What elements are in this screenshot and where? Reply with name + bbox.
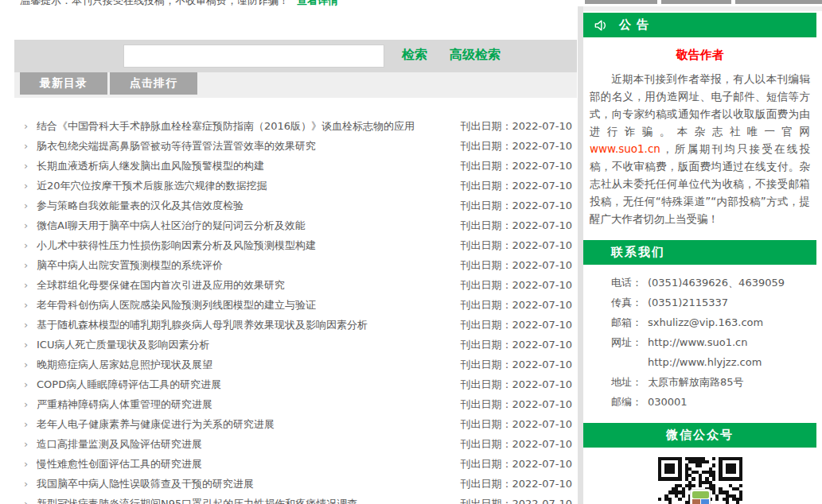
bullet-arrow-icon: › [24,418,37,430]
article-row: › 严重精神障碍病人体重管理的研究进展 刊出日期：2022-07-10 [24,394,574,414]
article-title-link[interactable]: 微信AI聊天用于脑卒中病人社区治疗的疑问词云分析及效能 [37,219,306,233]
article-date-label: 刊出日期： [460,398,512,410]
tab[interactable]: 最新目录 [20,72,107,95]
article-date-value: 2022-07-10 [512,458,572,470]
speaker-icon [593,17,609,33]
article-row: › 小儿术中获得性压力性损伤影响因素分析及风险预测模型构建 刊出日期：2022-… [24,235,574,255]
article-row: › 基于随机森林模型的哺乳期乳腺炎病人母乳喂养效果现状及影响因素分析 刊出日期：… [24,315,574,335]
article-title-link[interactable]: 全球群组化母婴保健在国内首次引进及应用的效果研究 [37,278,285,293]
article-date-value: 2022-07-10 [512,140,572,152]
article-date: 刊出日期：2022-07-10 [460,258,574,273]
article-date-label: 刊出日期： [460,259,512,271]
top-button-remnant [585,0,657,4]
top-button-remnant [661,0,730,4]
search-button[interactable]: 检索 [402,47,427,64]
article-row: › 长期血液透析病人继发脑出血风险预警模型的构建 刊出日期：2022-07-10 [24,156,574,176]
article-date-label: 刊出日期： [460,140,512,152]
tab-bar: 最新目录 点击排行 [14,72,577,98]
contact-row: 传真： (0351)2115337 [611,293,816,312]
article-date-value: 2022-07-10 [512,239,572,251]
contact-box: 电话： (0351)4639626、4639059 传真： (0351)2115… [583,265,816,423]
bullet-arrow-icon: › [24,160,37,172]
bullet-arrow-icon: › [24,299,37,311]
article-title-link[interactable]: 长期血液透析病人继发脑出血风险预警模型的构建 [37,159,264,173]
bullet-arrow-icon: › [24,478,37,490]
announcement-box: 敬告作者 近期本刊接到作者举报，有人以本刊编辑部的名义，用伪造网址、电子邮件、短… [583,37,816,240]
wechat-qr-section [583,457,816,504]
search-input[interactable] [123,45,384,68]
article-title-link[interactable]: 近20年穴位按摩干预术后腹胀选穴规律的数据挖掘 [37,179,267,193]
article-date: 刊出日期：2022-07-10 [460,437,574,452]
bullet-arrow-icon: › [24,120,37,132]
article-title-link[interactable]: 老年骨科创伤病人医院感染风险预测列线图模型的建立与验证 [37,298,316,312]
article-row: › 老年人电子健康素养与健康促进行为关系的研究进展 刊出日期：2022-07-1… [24,414,574,434]
announcement-text-before: 近期本刊接到作者举报，有人以本刊编辑部的名义，用伪造网址、电子邮件、短信等方式，… [590,72,810,138]
article-title-link[interactable]: 小儿术中获得性压力性损伤影响因素分析及风险预测模型构建 [37,238,316,253]
article-title-link[interactable]: 脑卒中病人出院安置预测模型的系统评价 [37,258,223,273]
article-title-link[interactable]: 慢性难愈性创面评估工具的研究进展 [37,457,202,471]
article-date-value: 2022-07-10 [512,259,572,271]
bullet-arrow-icon: › [24,339,37,351]
article-title-link[interactable]: 造口高排量监测及风险评估研究进展 [37,437,202,452]
article-title-link[interactable]: 晚期癌症病人居家姑息照护现状及展望 [37,358,212,372]
content-divider [578,6,583,504]
article-date: 刊出日期：2022-07-10 [460,278,574,293]
article-date-value: 2022-07-10 [512,180,572,192]
article-date-value: 2022-07-10 [512,319,572,331]
contact-header-label: 联系我们 [611,245,665,260]
article-title-link[interactable]: COPD病人睡眠障碍评估工具的研究进展 [37,378,221,392]
article-date-label: 刊出日期： [460,339,512,351]
contact-row: 邮编： 030001 [611,392,816,412]
contact-row: http://www.hlyjzz.com [611,352,816,372]
contact-row: 网址： http://www.suo1.cn [611,332,816,352]
top-notice: 温馨提示：本刊只接受在线投稿，不收审稿费，谨防诈骗！查看详情 [20,0,338,8]
top-buttons-clipped [585,0,822,4]
official-site-link[interactable]: www.suo1.cn [590,142,660,155]
article-date: 刊出日期：2022-07-10 [460,119,574,134]
contact-value: sxhulizz@vip.163.com [648,312,763,332]
tab[interactable]: 点击排行 [110,72,197,95]
contact-row: 电话： (0351)4639626、4639059 [611,273,816,293]
article-date-value: 2022-07-10 [512,219,572,231]
article-date-value: 2022-07-10 [512,498,572,504]
contact-value: http://www.suo1.cn [648,332,747,352]
top-notice-link[interactable]: 查看详情 [297,0,338,6]
bullet-arrow-icon: › [24,200,37,211]
announcement-title: 敬告作者 [590,48,810,63]
article-date: 刊出日期：2022-07-10 [460,139,574,153]
article-date-label: 刊出日期： [460,319,512,331]
advanced-search-button[interactable]: 高级检索 [450,47,501,64]
contact-label: 电话： [611,273,648,293]
article-date: 刊出日期：2022-07-10 [460,179,574,193]
article-title-link[interactable]: 老年人电子健康素养与健康促进行为关系的研究进展 [37,417,275,432]
article-row: › 近20年穴位按摩干预术后腹胀选穴规律的数据挖掘 刊出日期：2022-07-1… [24,176,574,196]
article-title-link[interactable]: 严重精神障碍病人体重管理的研究进展 [37,397,212,412]
contact-label: 地址： [611,372,648,392]
article-title-link[interactable]: 结合《中国骨科大手术静脉血栓栓塞症预防指南（2016版）》谈血栓标志物的应用 [37,119,415,134]
article-date-label: 刊出日期： [460,239,512,251]
article-row: › 脑卒中病人出院安置预测模型的系统评价 刊出日期：2022-07-10 [24,255,574,275]
article-title-link[interactable]: 基于随机森林模型的哺乳期乳腺炎病人母乳喂养效果现状及影响因素分析 [37,318,368,332]
article-date: 刊出日期：2022-07-10 [460,378,574,392]
bullet-arrow-icon: › [24,239,37,251]
article-row: › 肠衣包绕尖端提高鼻肠管被动等待置管法置管效率的效果研究 刊出日期：2022-… [24,136,574,156]
article-title-link[interactable]: 肠衣包绕尖端提高鼻肠管被动等待置管法置管效率的效果研究 [37,139,316,153]
wechat-header-label: 微信公众号 [666,428,734,443]
article-title-link[interactable]: 我国脑卒中病人隐性误吸筛查及干预的研究进展 [37,477,254,491]
article-date-label: 刊出日期： [460,458,512,470]
article-date-value: 2022-07-10 [512,120,572,132]
article-title-link[interactable]: 参与策略自我效能量表的汉化及其信效度检验 [37,199,243,213]
article-row: › 全球群组化母婴保健在国内首次引进及应用的效果研究 刊出日期：2022-07-… [24,275,574,295]
article-date: 刊出日期：2022-07-10 [460,457,574,471]
announcement-header-label: 公告 [619,17,654,33]
article-title-link[interactable]: ICU病人死亡质量现状及影响因素分析 [37,338,209,352]
bullet-arrow-icon: › [24,279,37,291]
article-date-label: 刊出日期： [460,279,512,291]
article-title-link[interactable]: 新型冠状病毒肺炎流行期间N95口罩引起的压力性损伤和疼痛情况调查 [37,497,357,504]
contact-label: 传真： [611,293,648,312]
wechat-qr-logo [690,489,711,504]
bullet-arrow-icon: › [24,219,37,231]
article-date-label: 刊出日期： [460,418,512,430]
contact-value: 030001 [648,392,688,412]
contact-label [611,352,648,372]
